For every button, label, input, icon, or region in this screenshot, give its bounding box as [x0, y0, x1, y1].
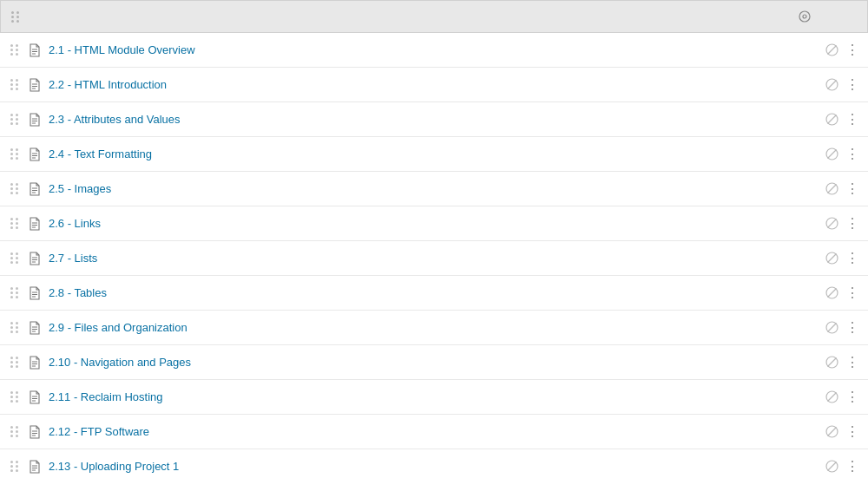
- item-drag-handle[interactable]: [9, 252, 21, 264]
- module-header-left: [10, 11, 789, 23]
- item-title[interactable]: 2.6 - Links: [49, 217, 101, 230]
- svg-line-36: [827, 254, 836, 263]
- item-ban-icon[interactable]: [825, 321, 838, 335]
- item-row: 2.10 - Navigation and Pages ⋮: [0, 345, 868, 380]
- item-left: 2.10 - Navigation and Pages: [9, 356, 825, 370]
- item-right: ⋮: [825, 182, 859, 196]
- item-type-icon: [28, 286, 42, 300]
- svg-point-0: [799, 11, 810, 22]
- svg-line-56: [827, 393, 836, 402]
- item-kebab-button[interactable]: ⋮: [845, 252, 859, 265]
- module-items-container: 2.1 - HTML Module Overview ⋮: [0, 33, 868, 478]
- item-ban-icon[interactable]: [825, 217, 838, 231]
- item-type-icon: [28, 147, 42, 161]
- item-row: 2.8 - Tables ⋮: [0, 276, 868, 311]
- item-row: 2.5 - Images ⋮: [0, 172, 868, 206]
- module-settings-button[interactable]: [796, 8, 813, 25]
- item-kebab-button[interactable]: ⋮: [845, 390, 859, 404]
- item-kebab-button[interactable]: ⋮: [845, 78, 859, 92]
- item-ban-icon[interactable]: [825, 356, 838, 370]
- item-kebab-button[interactable]: ⋮: [845, 425, 859, 439]
- item-drag-handle[interactable]: [9, 322, 21, 333]
- module-add-button[interactable]: [820, 8, 838, 25]
- item-row: 2.2 - HTML Introduction ⋮: [0, 68, 868, 102]
- item-drag-handle[interactable]: [9, 218, 21, 229]
- svg-line-16: [827, 115, 836, 124]
- item-title[interactable]: 2.4 - Text Formatting: [49, 147, 152, 160]
- item-title[interactable]: 2.10 - Navigation and Pages: [49, 356, 191, 369]
- item-drag-handle[interactable]: [9, 79, 21, 90]
- item-ban-icon[interactable]: [825, 252, 838, 265]
- item-drag-handle[interactable]: [9, 391, 21, 403]
- svg-line-21: [827, 150, 836, 159]
- item-ban-icon[interactable]: [825, 460, 838, 474]
- item-left: 2.3 - Attributes and Values: [9, 113, 825, 127]
- item-kebab-button[interactable]: ⋮: [845, 43, 859, 57]
- item-ban-icon[interactable]: [825, 147, 838, 161]
- item-left: 2.11 - Reclaim Hosting: [9, 390, 825, 404]
- item-ban-icon[interactable]: [825, 182, 838, 196]
- item-type-icon: [28, 43, 42, 57]
- item-drag-handle[interactable]: [9, 426, 21, 437]
- item-drag-handle[interactable]: [9, 461, 21, 472]
- item-kebab-button[interactable]: ⋮: [845, 217, 859, 231]
- item-title-group: 2.4 - Text Formatting: [49, 147, 152, 160]
- item-right: ⋮: [825, 113, 859, 127]
- item-kebab-button[interactable]: ⋮: [845, 286, 859, 300]
- item-kebab-button[interactable]: ⋮: [845, 182, 859, 196]
- item-title[interactable]: 2.12 - FTP Software: [49, 425, 149, 438]
- item-title-group: 2.8 - Tables: [49, 286, 107, 299]
- item-kebab-button[interactable]: ⋮: [845, 113, 859, 127]
- item-kebab-button[interactable]: ⋮: [845, 147, 859, 161]
- item-title-group: 2.10 - Navigation and Pages: [49, 356, 191, 369]
- item-kebab-button[interactable]: ⋮: [845, 321, 859, 335]
- item-title[interactable]: 2.7 - Lists: [49, 252, 97, 265]
- item-drag-handle[interactable]: [9, 183, 21, 194]
- item-drag-handle[interactable]: [9, 357, 21, 368]
- item-ban-icon[interactable]: [825, 78, 838, 92]
- item-row: 2.7 - Lists ⋮: [0, 241, 868, 276]
- item-type-icon: [28, 182, 42, 196]
- item-ban-icon[interactable]: [825, 286, 838, 300]
- item-right: ⋮: [825, 252, 859, 265]
- item-title[interactable]: 2.5 - Images: [49, 182, 111, 195]
- item-title[interactable]: 2.9 - Files and Organization: [49, 321, 187, 334]
- svg-line-46: [827, 324, 836, 332]
- svg-line-51: [827, 358, 836, 367]
- item-title[interactable]: 2.1 - HTML Module Overview: [49, 43, 195, 56]
- item-left: 2.13 - Uploading Project 1: [9, 460, 825, 474]
- item-right: ⋮: [825, 147, 859, 161]
- item-kebab-button[interactable]: ⋮: [845, 460, 859, 474]
- item-ban-icon[interactable]: [825, 425, 838, 439]
- item-drag-handle[interactable]: [9, 114, 21, 125]
- item-left: 2.1 - HTML Module Overview: [9, 43, 825, 57]
- item-left: 2.4 - Text Formatting: [9, 147, 825, 161]
- item-ban-icon[interactable]: [825, 43, 838, 57]
- module-kebab-button[interactable]: [845, 10, 858, 23]
- svg-line-61: [827, 428, 836, 436]
- item-title[interactable]: 2.2 - HTML Introduction: [49, 78, 167, 91]
- item-type-icon: [28, 356, 42, 370]
- module-drag-handle[interactable]: [10, 11, 22, 23]
- item-right: ⋮: [825, 43, 859, 57]
- item-ban-icon[interactable]: [825, 390, 838, 404]
- item-right: ⋮: [825, 390, 859, 404]
- item-title-group: 2.12 - FTP Software: [49, 425, 149, 438]
- item-right: ⋮: [825, 286, 859, 300]
- svg-line-31: [827, 219, 836, 228]
- item-title[interactable]: 2.13 - Uploading Project 1: [49, 460, 179, 473]
- item-title-group: 2.13 - Uploading Project 1: [49, 460, 179, 473]
- item-title-group: 2.5 - Images: [49, 182, 111, 195]
- item-title[interactable]: 2.3 - Attributes and Values: [49, 113, 181, 126]
- item-title[interactable]: 2.11 - Reclaim Hosting: [49, 390, 163, 403]
- item-title-group: 2.1 - HTML Module Overview: [49, 43, 195, 56]
- item-title[interactable]: 2.8 - Tables: [49, 286, 107, 299]
- item-drag-handle[interactable]: [9, 44, 21, 56]
- item-drag-handle[interactable]: [9, 287, 21, 298]
- item-drag-handle[interactable]: [9, 148, 21, 160]
- item-ban-icon[interactable]: [825, 113, 838, 127]
- item-row: 2.1 - HTML Module Overview ⋮: [0, 33, 868, 68]
- item-kebab-button[interactable]: ⋮: [845, 356, 859, 370]
- item-row: 2.3 - Attributes and Values ⋮: [0, 102, 868, 137]
- item-row: 2.4 - Text Formatting ⋮: [0, 137, 868, 172]
